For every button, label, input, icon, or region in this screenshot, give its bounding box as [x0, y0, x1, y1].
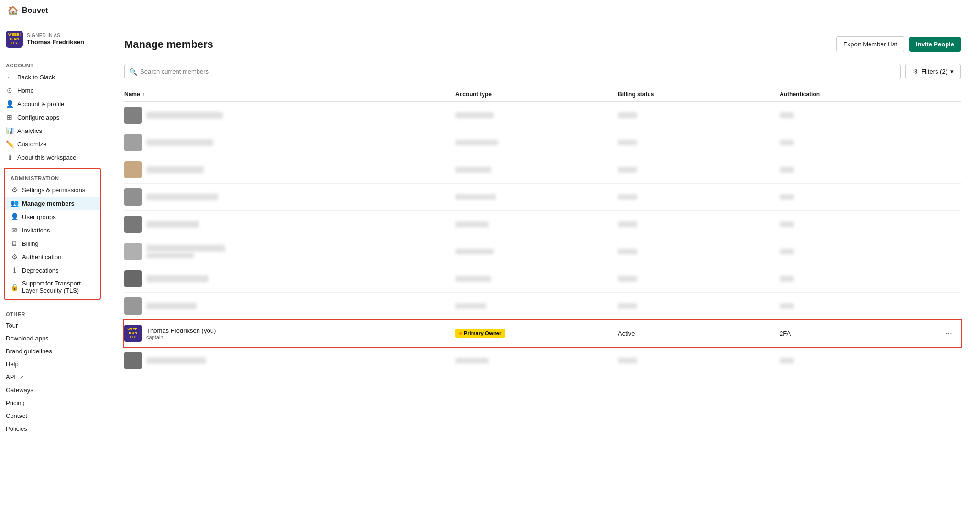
sidebar-item-pricing[interactable]: Pricing: [0, 396, 105, 409]
auth-icon: ⚙: [11, 253, 18, 261]
sidebar-item-download-apps[interactable]: Download apps: [0, 332, 105, 345]
sidebar-item-tour[interactable]: Tour: [0, 319, 105, 332]
billing-status-cell: [612, 184, 774, 211]
billing-status-cell: [612, 211, 774, 238]
sidebar-item-deprecations[interactable]: ℹ Deprecations: [5, 264, 100, 277]
table-row: [124, 293, 961, 320]
col-authentication[interactable]: Authentication: [774, 87, 936, 102]
policies-label: Policies: [6, 425, 27, 432]
member-cell: [124, 243, 444, 260]
thomas-avatar: WEEE!ICANFLY: [124, 325, 142, 342]
about-workspace-label: About this workspace: [17, 154, 77, 161]
member-cell: [124, 134, 444, 151]
sidebar-item-configure-apps[interactable]: ⊞ Configure apps: [0, 110, 105, 124]
sidebar-item-authentication[interactable]: ⚙ Authentication: [5, 250, 100, 264]
sidebar-item-billing[interactable]: 🖥 Billing: [5, 237, 100, 250]
download-apps-label: Download apps: [6, 335, 49, 342]
sidebar-item-manage-members[interactable]: 👥 Manage members: [5, 197, 100, 210]
badge-dot: [459, 332, 462, 335]
member-cell: [124, 107, 444, 124]
sidebar-item-gateways[interactable]: Gateways: [0, 384, 105, 396]
sidebar-item-policies[interactable]: Policies: [0, 422, 105, 435]
apps-icon: ⊞: [6, 113, 13, 121]
filter-icon: ⚙: [913, 68, 918, 75]
sidebar-item-account-profile[interactable]: 👤 Account & profile: [0, 97, 105, 110]
sidebar-item-settings[interactable]: ⚙ Settings & permissions: [5, 183, 100, 197]
person-icon: 👤: [6, 100, 13, 108]
sidebar-item-customize[interactable]: ✏️ Customize: [0, 137, 105, 151]
account-section-label: ACCOUNT: [0, 58, 105, 70]
sidebar-item-analytics[interactable]: 📊 Analytics: [0, 124, 105, 137]
chevron-down-icon: ▾: [950, 68, 954, 75]
manage-members-label: Manage members: [22, 200, 75, 207]
thomas-actions: ···: [936, 320, 961, 347]
thomas-fredriksen-row: WEEE!ICANFLY Thomas Fredriksen (you) cap…: [124, 320, 961, 347]
invite-people-button[interactable]: Invite People: [909, 37, 961, 52]
invitations-icon: ✉: [11, 226, 18, 234]
member-name: [146, 357, 206, 364]
workspace-header: WEEE!ICANFLY SIGNED IN AS Thomas Fredrik…: [0, 27, 105, 54]
member-cell: [124, 352, 444, 369]
sidebar-item-back-to-slack[interactable]: ← Back to Slack: [0, 70, 105, 84]
auth-cell: [774, 293, 936, 320]
search-input[interactable]: [124, 64, 901, 79]
sidebar-item-home[interactable]: ⊙ Home: [0, 84, 105, 97]
lock-icon: 🔒: [11, 283, 18, 291]
tour-label: Tour: [6, 322, 18, 329]
account-type-cell: [450, 347, 612, 374]
filters-label: Filters (2): [921, 68, 947, 75]
auth-cell: [774, 129, 936, 156]
col-account-type[interactable]: Account type: [450, 87, 612, 102]
search-icon: 🔍: [129, 68, 137, 76]
billing-status-cell: [612, 129, 774, 156]
page-title: Manage members: [124, 38, 213, 51]
more-options-button[interactable]: ···: [942, 328, 955, 340]
workspace-avatar: WEEE!ICANFLY: [6, 31, 23, 48]
export-member-list-button[interactable]: Export Member List: [836, 36, 904, 52]
workspace-logo: 🏠 Bouvet: [8, 5, 48, 16]
col-billing-status[interactable]: Billing status: [612, 87, 774, 102]
sidebar-item-brand-guidelines[interactable]: Brand guidelines: [0, 345, 105, 358]
billing-status-cell: [612, 238, 774, 265]
analytics-label: Analytics: [17, 127, 42, 134]
home-label: Home: [17, 87, 34, 94]
deprecations-label: Deprecations: [22, 267, 59, 274]
sidebar-item-about-workspace[interactable]: ℹ About this workspace: [0, 151, 105, 164]
authentication-label: Authentication: [22, 253, 61, 261]
sidebar-item-api[interactable]: API ↗: [0, 371, 105, 384]
sidebar: WEEE!ICANFLY SIGNED IN AS Thomas Fredrik…: [0, 21, 105, 527]
table-row: [124, 347, 961, 374]
user-name: Thomas Fredriksen: [27, 38, 84, 45]
table-row: [124, 102, 961, 129]
filters-button[interactable]: ⚙ Filters (2) ▾: [905, 64, 961, 79]
billing-label: Billing: [22, 240, 39, 247]
admin-section-label: ADMINISTRATION: [5, 171, 100, 183]
workspace-info: SIGNED IN AS Thomas Fredriksen: [27, 33, 84, 45]
sidebar-item-contact[interactable]: Contact: [0, 409, 105, 422]
members-table: Name ↑ Account type Billing status Authe…: [124, 87, 961, 374]
thomas-account-type: Primary Owner: [450, 320, 612, 347]
member-cell: WEEE!ICANFLY Thomas Fredriksen (you) cap…: [124, 325, 444, 342]
configure-apps-label: Configure apps: [17, 114, 59, 121]
external-link-icon: ↗: [20, 374, 23, 380]
thomas-subtitle: captain: [146, 334, 216, 340]
thomas-billing-status: Active: [612, 320, 774, 347]
admin-section: ADMINISTRATION ⚙ Settings & permissions …: [4, 168, 101, 300]
table-row: [124, 211, 961, 238]
signed-in-label: SIGNED IN AS: [27, 33, 84, 38]
top-bar: 🏠 Bouvet: [0, 0, 980, 21]
col-name[interactable]: Name ↑: [124, 87, 450, 102]
auth-cell: [774, 265, 936, 293]
members-icon: 👥: [11, 199, 18, 207]
account-type-cell: [450, 238, 612, 265]
auth-cell: [774, 347, 936, 374]
sidebar-item-tls[interactable]: 🔒 Support for Transport Layer Security (…: [5, 277, 100, 297]
member-avatar: [124, 243, 142, 260]
sidebar-item-invitations[interactable]: ✉ Invitations: [5, 223, 100, 237]
sidebar-item-user-groups[interactable]: 👤 User groups: [5, 210, 100, 223]
billing-status-cell: [612, 102, 774, 129]
sidebar-item-help[interactable]: Help: [0, 358, 105, 371]
billing-status-cell: [612, 347, 774, 374]
table-row: [124, 238, 961, 265]
member-name: [146, 303, 197, 309]
